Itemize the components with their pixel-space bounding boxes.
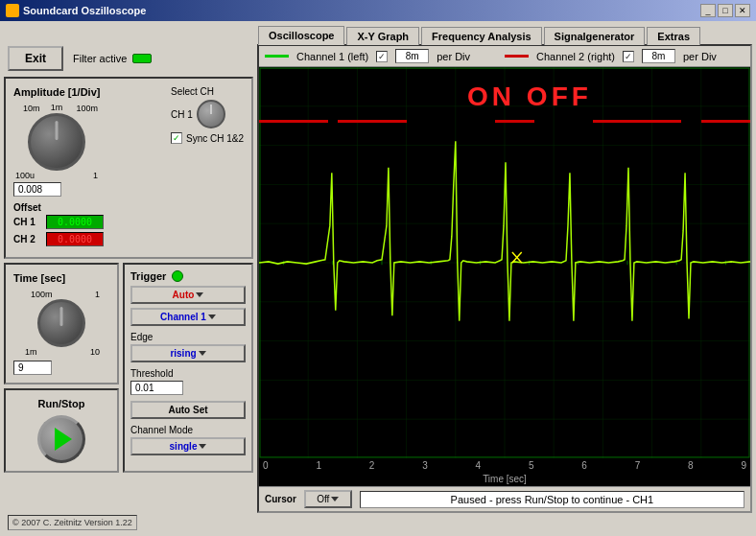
offset-label: Offset <box>13 202 244 213</box>
ch2-offset-label: CH 2 <box>13 234 42 245</box>
exit-button[interactable]: Exit <box>8 46 63 71</box>
red-line-3 <box>495 120 534 123</box>
red-line-5 <box>701 120 750 123</box>
sync-checkbox-row[interactable]: ✓ Sync CH 1&2 <box>171 132 244 144</box>
time-scale-100m: 100m <box>31 290 53 299</box>
ch1-select-knob[interactable] <box>197 100 225 128</box>
oscilloscope-signal-svg <box>259 67 750 458</box>
channel-mode-label: Channel Mode <box>130 425 246 435</box>
close-button[interactable]: ✕ <box>735 4 750 17</box>
ch1-offset-row: CH 1 <box>13 215 244 229</box>
window-controls[interactable]: _ □ ✕ <box>700 4 750 17</box>
tick-4: 4 <box>476 460 482 471</box>
dropdown-arrow-edge-icon <box>199 351 206 356</box>
offset-section: Offset CH 1 CH 2 <box>13 202 244 246</box>
minimize-button[interactable]: _ <box>700 4 716 17</box>
tick-7: 7 <box>635 460 641 471</box>
trigger-channel-dropdown[interactable]: Channel 1 <box>130 308 246 326</box>
time-scale-1m: 1m <box>25 347 37 357</box>
time-axis-label-row: Time [sec] <box>259 473 750 486</box>
cursor-dropdown[interactable]: Off <box>304 490 352 508</box>
trigger-title-row: Trigger <box>130 270 246 282</box>
oscilloscope-screen: ON OFF <box>259 67 750 458</box>
tab-signal-generator[interactable]: Signalgenerator <box>544 27 646 45</box>
maximize-button[interactable]: □ <box>718 4 733 17</box>
run-stop-button[interactable] <box>37 415 85 463</box>
dropdown-arrow-ch-icon <box>208 315 216 319</box>
filter-led <box>132 54 152 63</box>
ch1-offset-input[interactable] <box>46 215 104 229</box>
dropdown-arrow-icon <box>196 292 203 297</box>
trigger-title: Trigger <box>130 270 166 282</box>
select-ch-label: Select CH <box>171 86 244 97</box>
select-ch-section: Select CH CH 1 ✓ Sync CH 1&2 <box>171 86 244 144</box>
tick-6: 6 <box>581 460 587 471</box>
window-body: Oscilloscope X-Y Graph Frequency Analysi… <box>0 21 756 536</box>
play-icon <box>55 428 72 451</box>
tick-2: 2 <box>369 460 375 471</box>
red-line-2 <box>338 120 407 123</box>
amplitude-value-input[interactable] <box>13 182 61 197</box>
ch1-checkbox[interactable]: ✓ <box>376 51 388 62</box>
ch1-line-indicator <box>265 55 289 58</box>
sync-label: Sync CH 1&2 <box>186 133 244 144</box>
copyright-row: © 2007 C. Zeitnitz Version 1.22 <box>4 513 752 532</box>
time-axis-row: 0 1 2 3 4 5 6 7 8 9 <box>259 458 750 473</box>
auto-set-button[interactable]: Auto Set <box>130 401 246 419</box>
dropdown-arrow-mode-icon <box>199 444 206 449</box>
channel-bar: Channel 1 (left) ✓ per Div Channel 2 (ri… <box>259 46 750 67</box>
bottom-panels: Time [sec] 100m 1 10 1m <box>4 263 253 473</box>
threshold-input[interactable] <box>130 381 183 395</box>
tick-0: 0 <box>263 460 269 471</box>
edge-label: Edge <box>130 332 246 342</box>
tick-3: 3 <box>422 460 428 471</box>
run-stop-panel: Run/Stop <box>4 388 119 473</box>
left-panel: Exit Filter active Amplitude [1/Div] Sel… <box>4 44 253 513</box>
time-knob[interactable] <box>37 299 85 347</box>
amplitude-knob[interactable]: 1m <box>28 113 85 171</box>
cursor-label: Cursor <box>265 494 296 504</box>
channel-mode-dropdown[interactable]: single <box>130 437 246 455</box>
amp-scale-1m: 1m <box>51 103 63 112</box>
ch1-per-div-label: per Div <box>437 51 470 62</box>
amp-scale-100u: 100u <box>15 171 35 180</box>
amp-scale-100m: 100m <box>76 104 98 113</box>
red-line-1 <box>259 120 328 123</box>
time-value-input[interactable] <box>13 361 52 375</box>
tick-1: 1 <box>316 460 321 471</box>
amplitude-panel: Amplitude [1/Div] Select CH CH 1 ✓ Sync … <box>4 77 253 259</box>
cursor-dropdown-arrow-icon <box>331 497 339 501</box>
top-controls: Exit Filter active <box>4 44 253 73</box>
ch1-per-div-input[interactable] <box>395 49 429 63</box>
status-text: Paused - press Run/Stop to continue - CH… <box>360 491 744 508</box>
threshold-label: Threshold <box>130 368 246 379</box>
tab-xy-graph[interactable]: X-Y Graph <box>346 27 419 45</box>
tab-oscilloscope[interactable]: Oscilloscope <box>258 26 344 45</box>
trigger-mode-dropdown[interactable]: Auto <box>130 286 246 304</box>
right-panel: Channel 1 (left) ✓ per Div Channel 2 (ri… <box>257 44 752 513</box>
amp-scale-10m: 10m <box>23 104 40 113</box>
tab-extras[interactable]: Extras <box>647 27 700 45</box>
ch2-offset-row: CH 2 <box>13 232 244 246</box>
edge-dropdown[interactable]: rising <box>130 344 246 362</box>
tab-frequency-analysis[interactable]: Frequency Analysis <box>421 27 542 45</box>
ch2-checkbox[interactable]: ✓ <box>623 51 634 62</box>
copyright-text: © 2007 C. Zeitnitz Version 1.22 <box>8 515 137 530</box>
trigger-led <box>172 270 183 282</box>
tab-bar: Oscilloscope X-Y Graph Frequency Analysi… <box>4 25 752 44</box>
filter-active-indicator: Filter active <box>73 53 152 64</box>
run-stop-title: Run/Stop <box>13 398 109 409</box>
ch1-offset-label: CH 1 <box>13 217 42 227</box>
window-title: Soundcard Oszilloscope <box>6 4 146 17</box>
bottom-bar: Cursor Off Paused - press Run/Stop to co… <box>259 486 750 511</box>
ch2-offset-input[interactable] <box>46 232 104 246</box>
trigger-panel: Trigger Auto Channel 1 <box>123 263 253 473</box>
main-content: Exit Filter active Amplitude [1/Div] Sel… <box>4 44 752 513</box>
time-panel: Time [sec] 100m 1 10 1m <box>4 263 119 385</box>
app-icon <box>6 4 19 17</box>
ch1-label: CH 1 <box>171 109 193 120</box>
sync-checkbox[interactable]: ✓ <box>171 132 182 144</box>
time-scale-10: 10 <box>90 347 100 357</box>
ch2-bar-label: Channel 2 (right) <box>536 51 615 62</box>
ch2-per-div-input[interactable] <box>642 49 675 63</box>
